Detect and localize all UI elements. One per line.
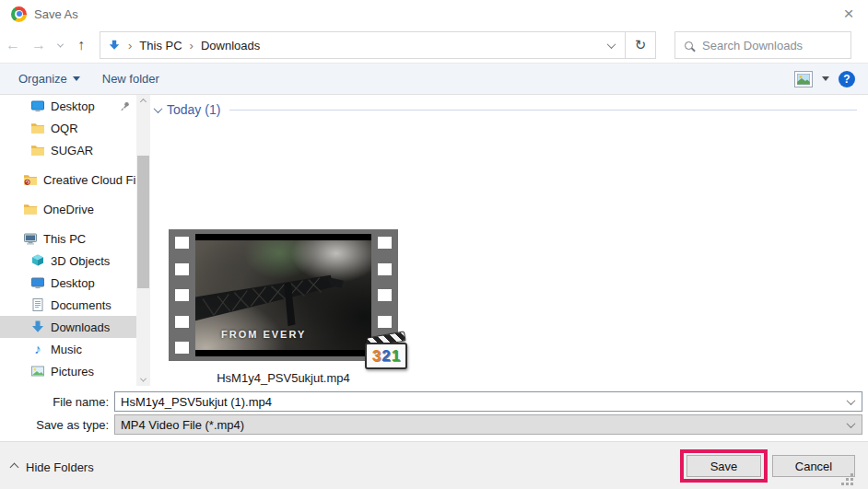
desktop-icon bbox=[30, 275, 45, 290]
sidebar-item-pictures[interactable]: Pictures bbox=[0, 360, 136, 382]
file-name-caption: HsM1y4_PSV5ukjut.mp4 bbox=[169, 371, 398, 385]
refresh-button[interactable]: ↻ bbox=[625, 31, 655, 59]
sidebar-item-label: Documents bbox=[51, 298, 111, 312]
help-button[interactable]: ? bbox=[839, 71, 855, 87]
change-view-button[interactable] bbox=[794, 71, 813, 87]
folder-tree-sidebar: Desktop OQR SUGAR Creative Cloud Fil One… bbox=[0, 95, 136, 386]
sidebar-item-label: OQR bbox=[51, 122, 78, 135]
folder-icon bbox=[30, 143, 45, 157]
scroll-down-button[interactable] bbox=[136, 373, 150, 386]
navigation-bar: ← → ↑ › This PC › Downloads ↻ bbox=[0, 28, 868, 63]
save-as-type-select[interactable]: MP4 Video File (*.mp4) bbox=[114, 414, 862, 435]
download-icon bbox=[30, 320, 45, 334]
sidebar-item-desktop[interactable]: Desktop bbox=[0, 272, 136, 294]
desktop-icon bbox=[30, 99, 45, 113]
file-tile-video[interactable]: FROM EVERY 3 2 1 HsM1y4_PSV5ukjut.mp4 bbox=[169, 229, 398, 385]
chrome-icon bbox=[11, 6, 27, 22]
resize-grip[interactable] bbox=[841, 473, 853, 485]
back-icon: ← bbox=[6, 37, 20, 53]
breadcrumb-separator-icon: › bbox=[188, 39, 195, 52]
scroll-up-button[interactable] bbox=[136, 95, 150, 108]
computer-icon bbox=[23, 231, 38, 246]
media-player-classic-icon: 3 2 1 bbox=[365, 329, 407, 371]
up-button[interactable]: ↑ bbox=[68, 32, 94, 58]
sidebar-item-label: Creative Cloud Fil bbox=[43, 173, 136, 187]
breadcrumb-this-pc[interactable]: This PC bbox=[134, 32, 187, 58]
file-name-label: File name: bbox=[0, 395, 109, 409]
digit-3: 3 bbox=[372, 348, 381, 364]
chevron-up-icon bbox=[10, 463, 19, 472]
sidebar-item-label: SUGAR bbox=[51, 144, 93, 157]
sidebar-item-label: Desktop bbox=[51, 99, 95, 113]
sidebar-scrollbar[interactable] bbox=[136, 95, 150, 386]
sidebar-item-onedrive[interactable]: OneDrive bbox=[0, 198, 136, 220]
recent-locations-button[interactable] bbox=[52, 32, 68, 58]
downloads-folder-icon bbox=[108, 39, 121, 52]
video-caption-text: FROM EVERY bbox=[221, 329, 306, 340]
clapperboard-body: 3 2 1 bbox=[365, 343, 407, 369]
chevron-down-icon bbox=[606, 40, 616, 49]
sidebar-item-desktop-pinned[interactable]: Desktop bbox=[0, 95, 136, 117]
group-header-rule bbox=[229, 110, 857, 111]
scrollbar-thumb[interactable] bbox=[137, 156, 149, 288]
address-dropdown-button[interactable] bbox=[597, 32, 625, 58]
hide-folders-button[interactable]: Hide Folders bbox=[11, 460, 94, 474]
creative-cloud-folder-icon bbox=[23, 172, 38, 187]
sidebar-item-oqr[interactable]: OQR bbox=[0, 117, 136, 139]
search-input[interactable] bbox=[702, 39, 864, 52]
sidebar-item-label: This PC bbox=[43, 232, 86, 246]
sidebar-item-label: Desktop bbox=[51, 276, 95, 290]
help-icon: ? bbox=[843, 73, 850, 86]
sidebar-item-documents[interactable]: Documents bbox=[0, 294, 136, 316]
sidebar-item-label: OneDrive bbox=[43, 203, 94, 216]
window-title: Save As bbox=[34, 7, 78, 21]
pictures-icon bbox=[30, 364, 45, 378]
sidebar-item-label: Pictures bbox=[51, 365, 94, 378]
up-icon: ↑ bbox=[77, 37, 85, 53]
view-options-caret[interactable] bbox=[822, 76, 829, 81]
search-icon bbox=[685, 41, 693, 50]
sidebar-item-music[interactable]: ♪ Music bbox=[0, 338, 136, 360]
chevron-down-icon bbox=[140, 375, 147, 381]
close-button[interactable]: × bbox=[837, 2, 861, 26]
video-thumbnail: FROM EVERY 3 2 1 bbox=[169, 229, 398, 361]
hide-folders-label: Hide Folders bbox=[26, 460, 94, 474]
search-box[interactable] bbox=[674, 31, 851, 59]
organize-label: Organize bbox=[18, 72, 67, 86]
back-button[interactable]: ← bbox=[0, 32, 26, 58]
breadcrumb-downloads[interactable]: Downloads bbox=[195, 32, 265, 58]
sidebar-item-creative-cloud[interactable]: Creative Cloud Fil bbox=[0, 169, 136, 191]
folder-icon bbox=[23, 202, 38, 216]
sidebar-item-downloads[interactable]: Downloads bbox=[0, 316, 136, 338]
music-icon: ♪ bbox=[30, 342, 45, 356]
caret-down-icon bbox=[73, 76, 80, 81]
chevron-down-icon bbox=[56, 41, 63, 47]
sidebar-item-3d-objects[interactable]: 3D Objects bbox=[0, 250, 136, 272]
title-bar: Save As × bbox=[0, 0, 868, 28]
group-header-today[interactable]: Today (1) bbox=[150, 95, 868, 124]
file-name-input[interactable] bbox=[114, 391, 862, 412]
organize-button[interactable]: Organize bbox=[0, 64, 91, 94]
video-scene-image: FROM EVERY bbox=[195, 240, 371, 350]
new-folder-label: New folder bbox=[102, 72, 159, 86]
sidebar-item-label: Downloads bbox=[51, 320, 110, 334]
digit-1: 1 bbox=[392, 348, 400, 364]
group-header-label: Today (1) bbox=[167, 102, 220, 117]
sidebar-item-sugar[interactable]: SUGAR bbox=[0, 139, 136, 161]
command-bar: Organize New folder ? bbox=[0, 63, 868, 95]
close-icon: × bbox=[843, 4, 853, 24]
save-button[interactable]: Save bbox=[686, 455, 761, 477]
save-as-type-label: Save as type: bbox=[0, 418, 109, 432]
forward-button[interactable]: → bbox=[26, 32, 52, 58]
folder-icon bbox=[30, 121, 45, 135]
chevron-up-icon bbox=[140, 98, 147, 104]
filmstrip-left-holes bbox=[169, 229, 195, 361]
pin-icon bbox=[120, 100, 131, 111]
address-bar[interactable]: › This PC › Downloads ↻ bbox=[100, 31, 656, 59]
command-bar-right: ? bbox=[794, 71, 868, 87]
sidebar-item-this-pc[interactable]: This PC bbox=[0, 227, 136, 250]
refresh-icon: ↻ bbox=[635, 37, 647, 53]
new-folder-button[interactable]: New folder bbox=[91, 64, 170, 94]
save-as-type-value: MP4 Video File (*.mp4) bbox=[121, 418, 244, 432]
document-icon bbox=[30, 297, 45, 312]
